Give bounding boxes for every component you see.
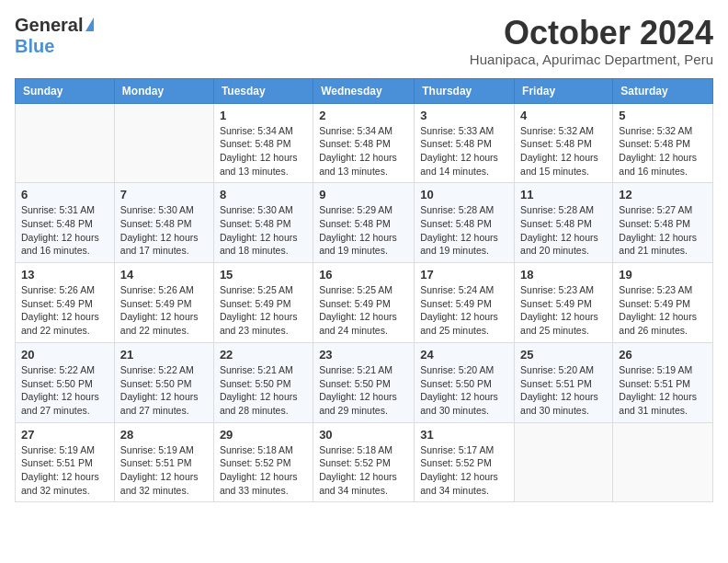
calendar-cell: 28Sunrise: 5:19 AM Sunset: 5:51 PM Dayli…: [114, 422, 213, 502]
calendar-cell: 5Sunrise: 5:32 AM Sunset: 5:48 PM Daylig…: [613, 103, 713, 183]
day-number: 29: [220, 428, 307, 442]
day-info: Sunrise: 5:20 AM Sunset: 5:50 PM Dayligh…: [420, 363, 508, 418]
day-number: 22: [220, 348, 307, 362]
calendar-cell: [515, 422, 613, 502]
day-number: 31: [420, 428, 508, 442]
day-number: 13: [21, 268, 108, 282]
day-number: 18: [520, 268, 607, 282]
day-number: 25: [520, 348, 607, 362]
title-block: October 2024 Huanipaca, Apurimac Departm…: [470, 15, 713, 67]
day-info: Sunrise: 5:18 AM Sunset: 5:52 PM Dayligh…: [220, 443, 307, 498]
day-number: 27: [21, 428, 108, 442]
day-info: Sunrise: 5:34 AM Sunset: 5:48 PM Dayligh…: [220, 124, 307, 178]
calendar-cell: 15Sunrise: 5:25 AM Sunset: 5:49 PM Dayli…: [213, 263, 313, 343]
day-number: 15: [220, 268, 307, 282]
calendar-cell: 3Sunrise: 5:33 AM Sunset: 5:48 PM Daylig…: [415, 103, 515, 183]
header-row: SundayMondayTuesdayWednesdayThursdayFrid…: [16, 78, 713, 103]
day-info: Sunrise: 5:23 AM Sunset: 5:49 PM Dayligh…: [619, 283, 707, 338]
day-number: 21: [120, 348, 208, 362]
calendar-cell: 4Sunrise: 5:32 AM Sunset: 5:48 PM Daylig…: [515, 103, 613, 183]
week-row-5: 27Sunrise: 5:19 AM Sunset: 5:51 PM Dayli…: [16, 422, 713, 502]
calendar-cell: 16Sunrise: 5:25 AM Sunset: 5:49 PM Dayli…: [313, 263, 415, 343]
calendar-cell: 17Sunrise: 5:24 AM Sunset: 5:49 PM Dayli…: [415, 263, 515, 343]
header-saturday: Saturday: [613, 78, 713, 103]
calendar-cell: 9Sunrise: 5:29 AM Sunset: 5:48 PM Daylig…: [313, 183, 415, 263]
calendar-cell: 21Sunrise: 5:22 AM Sunset: 5:50 PM Dayli…: [114, 342, 213, 422]
day-number: 12: [619, 188, 707, 201]
calendar-cell: 29Sunrise: 5:18 AM Sunset: 5:52 PM Dayli…: [213, 422, 313, 502]
day-number: 2: [319, 109, 408, 122]
day-number: 9: [319, 188, 408, 201]
calendar-cell: 2Sunrise: 5:34 AM Sunset: 5:48 PM Daylig…: [313, 103, 415, 183]
header-thursday: Thursday: [415, 78, 515, 103]
day-info: Sunrise: 5:22 AM Sunset: 5:50 PM Dayligh…: [21, 363, 108, 418]
day-number: 30: [319, 428, 408, 442]
day-number: 19: [619, 268, 707, 282]
calendar-cell: 23Sunrise: 5:21 AM Sunset: 5:50 PM Dayli…: [313, 342, 415, 422]
day-info: Sunrise: 5:21 AM Sunset: 5:50 PM Dayligh…: [319, 363, 408, 418]
logo-general: General: [15, 15, 83, 36]
calendar-cell: 27Sunrise: 5:19 AM Sunset: 5:51 PM Dayli…: [16, 422, 115, 502]
calendar-cell: 12Sunrise: 5:27 AM Sunset: 5:48 PM Dayli…: [613, 183, 713, 263]
day-info: Sunrise: 5:26 AM Sunset: 5:49 PM Dayligh…: [21, 283, 108, 338]
day-number: 16: [319, 268, 408, 282]
calendar-cell: [16, 103, 115, 183]
day-info: Sunrise: 5:18 AM Sunset: 5:52 PM Dayligh…: [319, 443, 408, 498]
day-number: 17: [420, 268, 508, 282]
day-info: Sunrise: 5:25 AM Sunset: 5:49 PM Dayligh…: [220, 283, 307, 338]
header-sunday: Sunday: [16, 78, 115, 103]
day-number: 5: [619, 109, 707, 122]
location-subtitle: Huanipaca, Apurimac Department, Peru: [470, 52, 713, 67]
calendar-cell: 1Sunrise: 5:34 AM Sunset: 5:48 PM Daylig…: [213, 103, 313, 183]
calendar-cell: 19Sunrise: 5:23 AM Sunset: 5:49 PM Dayli…: [613, 263, 713, 343]
day-number: 14: [120, 268, 208, 282]
week-row-2: 6Sunrise: 5:31 AM Sunset: 5:48 PM Daylig…: [16, 183, 713, 263]
logo: General Blue: [15, 15, 94, 57]
calendar-cell: 18Sunrise: 5:23 AM Sunset: 5:49 PM Dayli…: [515, 263, 613, 343]
header-monday: Monday: [114, 78, 213, 103]
day-info: Sunrise: 5:19 AM Sunset: 5:51 PM Dayligh…: [619, 363, 707, 418]
day-number: 4: [520, 109, 607, 122]
page-header: General Blue October 2024 Huanipaca, Apu…: [15, 15, 713, 67]
day-info: Sunrise: 5:30 AM Sunset: 5:48 PM Dayligh…: [120, 203, 208, 258]
calendar-cell: 31Sunrise: 5:17 AM Sunset: 5:52 PM Dayli…: [415, 422, 515, 502]
day-info: Sunrise: 5:20 AM Sunset: 5:51 PM Dayligh…: [520, 363, 607, 418]
day-info: Sunrise: 5:27 AM Sunset: 5:48 PM Dayligh…: [619, 203, 707, 258]
day-info: Sunrise: 5:28 AM Sunset: 5:48 PM Dayligh…: [520, 203, 607, 258]
week-row-4: 20Sunrise: 5:22 AM Sunset: 5:50 PM Dayli…: [16, 342, 713, 422]
calendar-cell: 20Sunrise: 5:22 AM Sunset: 5:50 PM Dayli…: [16, 342, 115, 422]
calendar-cell: 10Sunrise: 5:28 AM Sunset: 5:48 PM Dayli…: [415, 183, 515, 263]
day-number: 26: [619, 348, 707, 362]
calendar-cell: 24Sunrise: 5:20 AM Sunset: 5:50 PM Dayli…: [415, 342, 515, 422]
week-row-3: 13Sunrise: 5:26 AM Sunset: 5:49 PM Dayli…: [16, 263, 713, 343]
logo-blue: Blue: [15, 36, 54, 56]
header-friday: Friday: [515, 78, 613, 103]
day-number: 7: [120, 188, 208, 201]
day-number: 20: [21, 348, 108, 362]
day-info: Sunrise: 5:22 AM Sunset: 5:50 PM Dayligh…: [120, 363, 208, 418]
day-info: Sunrise: 5:17 AM Sunset: 5:52 PM Dayligh…: [420, 443, 508, 498]
day-info: Sunrise: 5:30 AM Sunset: 5:48 PM Dayligh…: [220, 203, 307, 258]
calendar-cell: 30Sunrise: 5:18 AM Sunset: 5:52 PM Dayli…: [313, 422, 415, 502]
day-info: Sunrise: 5:23 AM Sunset: 5:49 PM Dayligh…: [520, 283, 607, 338]
calendar-cell: 22Sunrise: 5:21 AM Sunset: 5:50 PM Dayli…: [213, 342, 313, 422]
day-number: 23: [319, 348, 408, 362]
calendar-cell: 6Sunrise: 5:31 AM Sunset: 5:48 PM Daylig…: [16, 183, 115, 263]
day-info: Sunrise: 5:29 AM Sunset: 5:48 PM Dayligh…: [319, 203, 408, 258]
month-title: October 2024: [470, 15, 713, 52]
day-info: Sunrise: 5:21 AM Sunset: 5:50 PM Dayligh…: [220, 363, 307, 418]
day-number: 24: [420, 348, 508, 362]
day-number: 1: [220, 109, 307, 122]
day-number: 6: [21, 188, 108, 201]
day-number: 3: [420, 109, 508, 122]
day-info: Sunrise: 5:24 AM Sunset: 5:49 PM Dayligh…: [420, 283, 508, 338]
calendar-cell: 7Sunrise: 5:30 AM Sunset: 5:48 PM Daylig…: [114, 183, 213, 263]
calendar-header: SundayMondayTuesdayWednesdayThursdayFrid…: [16, 78, 713, 103]
calendar-cell: 25Sunrise: 5:20 AM Sunset: 5:51 PM Dayli…: [515, 342, 613, 422]
calendar-cell: 14Sunrise: 5:26 AM Sunset: 5:49 PM Dayli…: [114, 263, 213, 343]
calendar-cell: 13Sunrise: 5:26 AM Sunset: 5:49 PM Dayli…: [16, 263, 115, 343]
calendar-cell: [114, 103, 213, 183]
day-info: Sunrise: 5:34 AM Sunset: 5:48 PM Dayligh…: [319, 124, 408, 178]
week-row-1: 1Sunrise: 5:34 AM Sunset: 5:48 PM Daylig…: [16, 103, 713, 183]
calendar-cell: 11Sunrise: 5:28 AM Sunset: 5:48 PM Dayli…: [515, 183, 613, 263]
